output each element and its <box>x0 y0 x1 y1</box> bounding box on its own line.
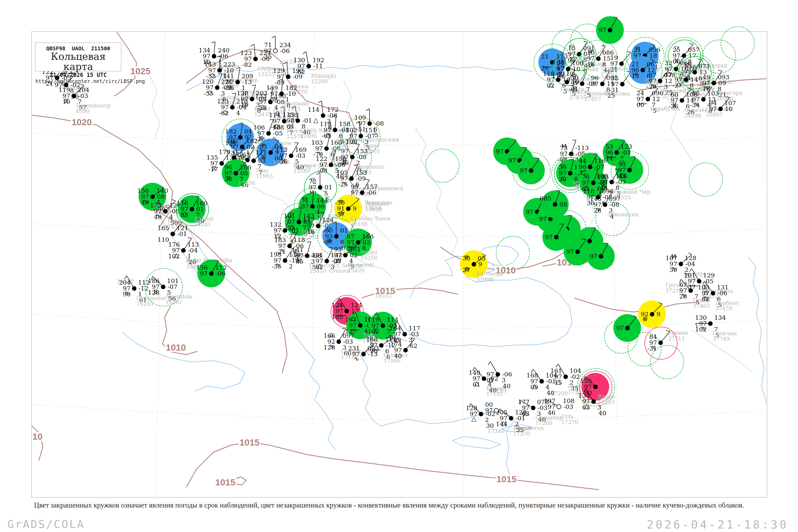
station-dot <box>580 81 584 86</box>
coastline <box>453 437 501 449</box>
station-circle-open <box>273 49 278 53</box>
visibility-value: 97 <box>485 407 493 414</box>
visibility-value: 97 <box>351 190 359 196</box>
station-dot <box>701 97 706 101</box>
temperature-value: 170 <box>218 149 230 155</box>
station-dot <box>282 119 286 124</box>
pressure-tendency-value: 9 <box>353 206 357 212</box>
pressure-tendency-value: 9 <box>478 261 482 267</box>
station-dot <box>343 253 348 258</box>
station-dot <box>529 168 533 173</box>
isobar-label: 1025 <box>130 66 151 76</box>
pressure-tendency-value: 08 <box>559 201 567 208</box>
isobar-label: 1010 <box>165 343 187 352</box>
station-dot <box>496 372 500 377</box>
visibility-value: 97 <box>539 216 547 222</box>
station-name: Геокчаы37749 <box>712 331 737 342</box>
weather-symbol: ◇ <box>182 211 187 217</box>
station-dot <box>367 121 372 126</box>
station-dot <box>692 70 697 75</box>
isobar-label: 1015 <box>496 475 517 483</box>
legend-title-box: QBSF98 UAOL 211500 Кольцевая карта 21/04… <box>35 42 121 71</box>
station-dot <box>650 312 654 317</box>
weather-symbol: ∿ <box>703 295 709 301</box>
weather-symbol: ⧖ <box>373 327 378 334</box>
weather-symbol: △ <box>488 376 493 382</box>
weather-symbol: △ <box>174 252 178 258</box>
station-dot <box>212 54 216 58</box>
weather-symbol: ⧖ <box>212 165 216 171</box>
station-dot <box>72 94 76 98</box>
weather-symbol: ▽ <box>327 226 331 232</box>
station-dot <box>337 339 341 344</box>
visibility-value: 97 <box>616 325 624 331</box>
grads-cola-logo: GrADS/COLA <box>7 518 85 530</box>
station-name: Черновцы33658 <box>364 200 393 211</box>
station-dot <box>289 153 293 158</box>
station-dot <box>181 248 186 253</box>
weather-symbol: ❄ <box>327 238 332 244</box>
temperature-value: 165 <box>157 225 169 231</box>
station-dot <box>350 155 355 159</box>
visibility-value: 97 <box>566 249 574 255</box>
station-dot <box>688 288 693 293</box>
weather-symbol: ⧖ <box>635 45 639 51</box>
weather-symbol: ▽ <box>570 44 574 50</box>
station-dot <box>305 253 309 258</box>
station-dot <box>554 235 558 240</box>
station-dot <box>324 146 329 151</box>
isobar-line <box>187 442 599 490</box>
station-dot <box>220 161 224 166</box>
weather-symbol: ▽ <box>620 160 624 166</box>
source-url: http://meteocenter.net/circ/LBSF.png <box>35 78 121 84</box>
pressure-tendency-value: -03 <box>564 404 573 410</box>
station-name: Urfa17270 <box>561 414 578 425</box>
station-dot <box>711 81 716 86</box>
coastline <box>399 314 572 347</box>
station-name: Ай-Петри33998 <box>476 271 503 283</box>
station-name: Buzau15350 <box>360 249 377 261</box>
visibility-value: 97 <box>520 168 528 174</box>
pressure-tendency-value: 9 <box>657 311 661 317</box>
weather-symbol: △ <box>261 103 265 110</box>
visibility-value: 97 <box>590 253 597 259</box>
station-dot <box>711 291 715 296</box>
station-dot <box>531 406 535 410</box>
station-name: Sliac11903 <box>256 168 273 179</box>
map-datetime: 21/04/2026 15 UTC <box>35 72 121 78</box>
weather-symbol: ∿ <box>156 213 161 219</box>
pressure-value: 134 <box>714 315 726 321</box>
graticule-line <box>32 133 766 145</box>
station-dot <box>359 134 363 138</box>
weather-symbol: ∿ <box>354 356 359 362</box>
isobar-label: 10 <box>32 432 43 441</box>
pressure-tendency-value: -01 <box>177 231 187 237</box>
weather-symbol: ≡ <box>339 198 343 204</box>
dewpoint-value: 35 <box>264 54 272 60</box>
dewpoint-value: -51 <box>356 126 366 132</box>
station-name: Mikolajki12280 <box>311 73 336 84</box>
weather-symbol: ⟵ <box>638 100 647 107</box>
station-dot <box>620 82 625 87</box>
weather-symbol: △ <box>501 420 506 426</box>
station-name: 11858 <box>238 180 255 186</box>
station-dot <box>627 168 632 172</box>
station-dot <box>593 385 598 389</box>
station-dot <box>283 228 287 233</box>
station-dot <box>608 28 612 33</box>
pressure-tendency-value: -06 <box>366 190 376 196</box>
pressure-value: 01 <box>340 227 348 233</box>
dewpoint-value: -21 <box>608 66 618 73</box>
weather-symbol: △ <box>337 301 342 307</box>
weather-symbol: ⧖ <box>674 57 679 63</box>
map-canvas: 1025102010151015101510101010101510151015… <box>32 32 767 497</box>
station-dot <box>402 332 407 337</box>
station-dot <box>564 375 568 379</box>
weather-symbol: △ <box>560 175 565 181</box>
temperature-value: 114 <box>308 107 320 113</box>
weather-symbol: △ <box>314 117 318 124</box>
weather-symbol: ⧖ <box>259 135 263 141</box>
station-dot <box>233 171 238 175</box>
weather-symbol: ⟵ <box>543 64 552 70</box>
weather-symbol: ✳ <box>589 49 593 54</box>
